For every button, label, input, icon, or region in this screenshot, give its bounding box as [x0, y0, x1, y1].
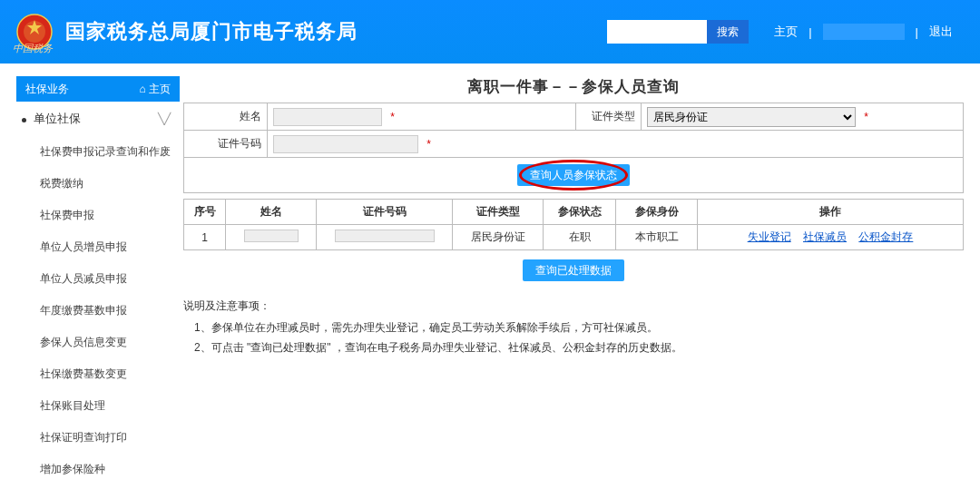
nav-divider: | [808, 25, 811, 39]
logo-subtitle: 中国税务 [13, 42, 53, 55]
idtype-select[interactable]: 居民身份证 [647, 107, 856, 127]
search-button[interactable]: 搜索 [707, 20, 749, 44]
col-idtype: 证件类型 [453, 200, 544, 225]
sidebar-item-cert-print[interactable]: 社保证明查询打印 [40, 422, 180, 454]
sidebar: 社保业务 ⌂ 主页 单位社保 ╲╱ 社保费申报记录查询和作废 税费缴纳 社保费申… [0, 64, 180, 479]
page-title: 离职一件事－－参保人员查询 [183, 76, 964, 97]
main-content: 离职一件事－－参保人员查询 姓名 * 证件类型 居民身份证 * 证件号码 [180, 64, 980, 479]
chevron-down-icon: ╲╱ [158, 112, 171, 125]
sidebar-item-info-change[interactable]: 参保人员信息变更 [40, 327, 180, 358]
idno-label: 证件号码 [184, 131, 268, 158]
col-ops: 操作 [698, 200, 964, 225]
table-header-row: 序号 姓名 证件号码 证件类型 参保状态 参保身份 操作 [184, 200, 964, 225]
sidebar-home-link[interactable]: ⌂ 主页 [139, 82, 171, 97]
cell-idtype: 居民身份证 [453, 225, 544, 250]
required-mark: * [390, 111, 395, 123]
nav-home-link[interactable]: 主页 [774, 24, 798, 40]
cell-identity: 本市职工 [616, 225, 698, 250]
notes-title: 说明及注意事项： [183, 296, 964, 316]
sidebar-top-label: 单位社保 [34, 112, 81, 125]
sidebar-submenu: 社保费申报记录查询和作废 税费缴纳 社保费申报 单位人员增员申报 单位人员减员申… [16, 136, 180, 479]
nav-divider: | [916, 25, 918, 39]
idno-input[interactable] [273, 135, 418, 153]
header-nav: 主页 | | 退出 [769, 24, 958, 40]
sidebar-header-label: 社保业务 [25, 82, 69, 97]
name-label: 姓名 [184, 103, 268, 131]
op-social-remove[interactable]: 社保减员 [803, 230, 847, 243]
sidebar-item-add-member[interactable]: 单位人员增员申报 [40, 231, 180, 263]
sidebar-item-tax-pay[interactable]: 税费缴纳 [40, 168, 180, 200]
op-unemploy-register[interactable]: 失业登记 [748, 230, 791, 243]
idtype-label: 证件类型 [576, 103, 642, 131]
notes-section: 说明及注意事项： 1、参保单位在办理减员时，需先办理失业登记，确定员工劳动关系解… [183, 296, 964, 357]
required-mark: * [864, 111, 868, 123]
sidebar-item-annual-base[interactable]: 年度缴费基数申报 [40, 295, 180, 327]
sidebar-item-record-query[interactable]: 社保费申报记录查询和作废 [40, 136, 180, 168]
query-button-row: 查询人员参保状态 [183, 158, 964, 193]
table-row: 1 居民身份证 在职 本市职工 失业登记 社保减员 公积金封存 [184, 225, 964, 250]
cell-name [226, 225, 317, 250]
query-processed-button[interactable]: 查询已处理数据 [523, 259, 624, 281]
sidebar-item-unit-social[interactable]: 单位社保 ╲╱ [16, 102, 180, 136]
op-fund-seal[interactable]: 公积金封存 [858, 230, 913, 243]
nav-user-placeholder [823, 24, 905, 40]
required-mark: * [426, 138, 431, 151]
sidebar-item-add-insurance[interactable]: 增加参保险种 [40, 454, 180, 479]
sidebar-header[interactable]: 社保业务 ⌂ 主页 [16, 76, 180, 102]
search-input[interactable] [607, 20, 707, 44]
sidebar-item-base-change[interactable]: 社保缴费基数变更 [40, 358, 180, 390]
cell-ops: 失业登记 社保减员 公积金封存 [698, 225, 964, 250]
col-idno: 证件号码 [317, 200, 453, 225]
result-table: 序号 姓名 证件号码 证件类型 参保状态 参保身份 操作 1 居民身份证 在职 … [183, 199, 964, 250]
sidebar-item-account-handle[interactable]: 社保账目处理 [40, 390, 180, 422]
col-name: 姓名 [226, 200, 317, 225]
cell-seq: 1 [184, 225, 226, 250]
home-icon: ⌂ [139, 83, 149, 95]
site-title: 国家税务总局厦门市电子税务局 [65, 18, 358, 45]
col-seq: 序号 [184, 200, 226, 225]
top-header: 国家税务总局厦门市电子税务局 中国税务 搜索 主页 | | 退出 [0, 0, 980, 64]
sidebar-item-fee-declare[interactable]: 社保费申报 [40, 200, 180, 231]
cell-status: 在职 [544, 225, 616, 250]
col-identity: 参保身份 [616, 200, 698, 225]
cell-idno [317, 225, 453, 250]
sidebar-item-remove-member[interactable]: 单位人员减员申报 [40, 263, 180, 295]
col-status: 参保状态 [544, 200, 616, 225]
name-input[interactable] [273, 108, 382, 126]
nav-logout-link[interactable]: 退出 [929, 24, 953, 40]
query-form: 姓名 * 证件类型 居民身份证 * 证件号码 * [183, 103, 964, 158]
notes-item: 1、参保单位在办理减员时，需先办理失业登记，确定员工劳动关系解除手续后，方可社保… [194, 318, 964, 337]
query-status-button[interactable]: 查询人员参保状态 [517, 164, 630, 186]
bullet-icon [22, 118, 26, 122]
notes-item: 2、可点击 "查询已处理数据" ，查询在电子税务局办理失业登记、社保减员、公积金… [194, 337, 964, 357]
